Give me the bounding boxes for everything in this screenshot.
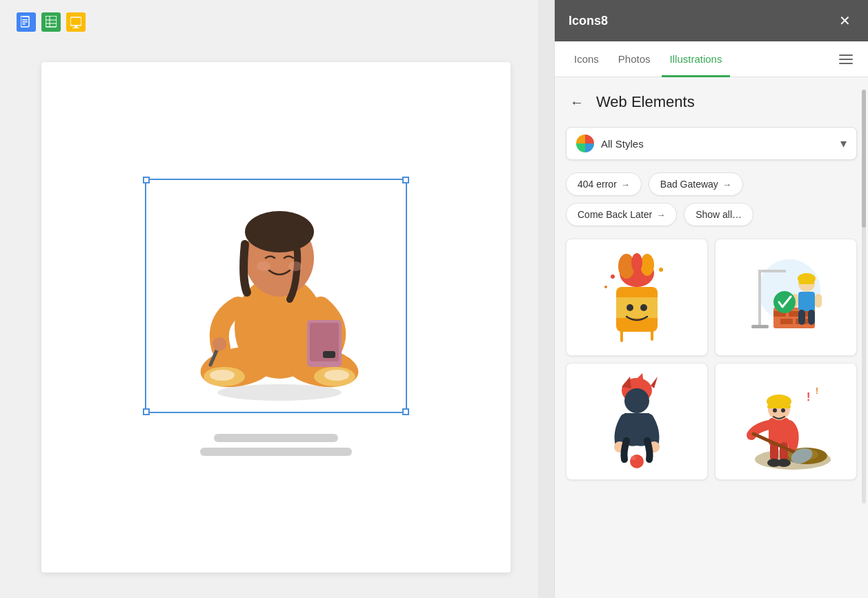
svg-rect-43 [758,270,786,272]
svg-text:!: ! [816,386,818,396]
tabs-row: Icons Photos Illustrations [555,41,868,77]
tags-row: 404 error → Bad Gateway → Come Back Late… [566,172,857,226]
back-row: ← Web Elements [566,91,857,113]
svg-rect-3 [22,21,28,23]
tag-bad-gateway[interactable]: Bad Gateway → [649,172,743,196]
svg-point-18 [324,370,349,381]
corner-handle-tl [143,177,150,183]
scroll-thumb [862,90,866,228]
svg-rect-54 [799,281,814,284]
svg-rect-4 [22,23,26,25]
tag-show-all[interactable]: Show all… [684,203,753,226]
svg-rect-42 [758,270,761,325]
tag-404-error[interactable]: 404 error → [566,172,642,196]
styles-dots-icon [576,134,594,152]
svg-marker-63 [651,377,658,388]
svg-rect-56 [815,294,822,308]
back-button[interactable]: ← [566,91,588,113]
menu-icon[interactable] [835,50,857,68]
corner-handle-br [402,408,409,415]
svg-point-40 [604,286,607,288]
tab-photos[interactable]: Photos [610,42,659,77]
text-lines [200,434,352,456]
svg-point-24 [213,337,226,351]
svg-rect-11 [72,28,79,28]
svg-rect-35 [616,297,658,318]
section-title: Web Elements [596,93,695,111]
corner-handle-tr [402,177,409,183]
svg-rect-22 [323,351,335,358]
tabs-group: Icons Photos Illustrations [566,41,730,77]
figure-illustration [166,186,386,406]
svg-point-29 [288,261,302,271]
svg-point-28 [257,261,270,271]
svg-point-38 [611,275,615,279]
close-button[interactable]: ✕ [835,11,854,30]
svg-point-84 [773,408,777,412]
svg-point-39 [659,268,663,272]
svg-text:!: ! [807,391,810,403]
panel-title: Icons8 [569,14,608,28]
svg-marker-61 [622,377,631,388]
illustration-card-4[interactable]: ! ! [715,363,857,480]
svg-rect-57 [798,310,805,325]
svg-rect-5 [46,16,57,27]
dropdown-arrow-icon: ▾ [840,136,847,151]
svg-rect-52 [798,292,815,311]
illustration-card-2[interactable] [715,239,857,356]
illustration-card-3[interactable] [566,363,708,480]
tag-come-back-later[interactable]: Come Back Later → [566,203,677,226]
svg-point-76 [777,459,791,467]
svg-rect-2 [22,19,28,21]
canvas-area [0,0,538,598]
panel-header: Icons8 ✕ [555,0,868,41]
text-line-1 [214,434,338,442]
svg-rect-81 [767,405,791,408]
scroll-indicator [862,90,866,504]
svg-point-37 [640,304,647,311]
svg-rect-58 [808,310,815,325]
icons8-panel: Icons8 ✕ Icons Photos Illustrations ← We… [554,0,868,598]
text-line-2 [200,448,352,456]
svg-rect-49 [780,319,793,324]
svg-point-59 [773,291,796,313]
tab-illustrations[interactable]: Illustrations [662,42,731,77]
svg-point-16 [210,370,235,381]
svg-point-36 [627,304,633,311]
svg-rect-9 [70,17,81,26]
panel-body[interactable]: ← Web Elements All Styles ▾ 404 error → … [555,77,868,598]
canvas-content [41,62,511,572]
svg-point-33 [631,253,642,272]
sheets-icon[interactable] [41,12,61,32]
illustration-card-1[interactable] [566,239,708,356]
svg-point-27 [245,211,314,252]
svg-rect-44 [751,325,769,328]
styles-dropdown[interactable]: All Styles ▾ [566,127,857,160]
corner-handle-bl [143,408,150,415]
svg-point-32 [640,254,654,276]
slides-icon[interactable] [66,12,86,32]
tab-icons[interactable]: Icons [566,42,607,77]
svg-point-64 [624,388,649,413]
selection-box [145,179,407,413]
svg-rect-10 [75,26,77,28]
toolbar [17,12,86,32]
image-grid: ! ! [566,239,857,480]
styles-label: All Styles [601,138,834,150]
docs-icon[interactable] [17,12,36,32]
svg-point-68 [631,456,636,460]
svg-point-85 [781,408,785,412]
